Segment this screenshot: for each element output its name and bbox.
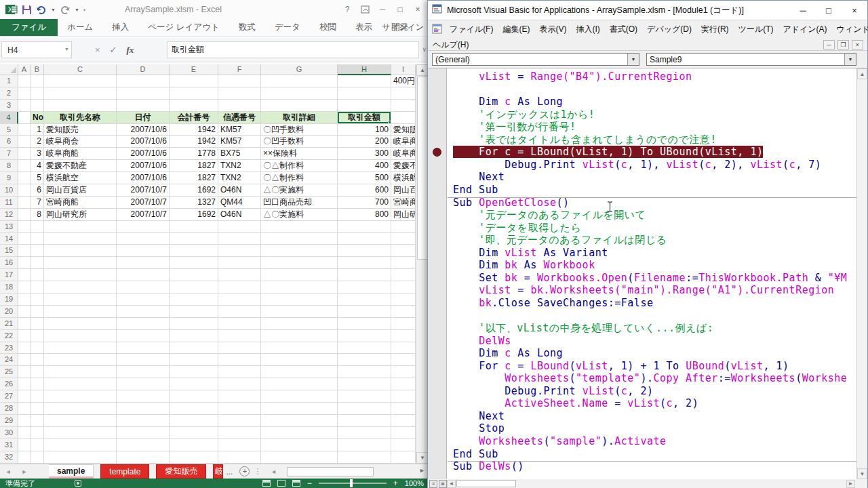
cell-B4[interactable]: No.: [31, 112, 44, 124]
normal-view-icon[interactable]: [262, 480, 271, 487]
cell-D17[interactable]: [117, 269, 170, 281]
cell-B25[interactable]: [31, 366, 44, 378]
menu-item-5[interactable]: デバッグ(D): [642, 22, 696, 37]
cell-H29[interactable]: [338, 415, 391, 427]
cell-H7[interactable]: 300: [338, 148, 391, 160]
cell-H21[interactable]: [338, 318, 391, 330]
cell-D3[interactable]: [117, 100, 170, 112]
zoom-level-label[interactable]: 100%: [405, 479, 424, 487]
cell-C3[interactable]: [44, 100, 117, 112]
cell-F11[interactable]: QM44: [218, 197, 261, 209]
menu-item-4[interactable]: 書式(O): [605, 22, 642, 37]
menu-item-9[interactable]: ウィンドウ(W): [832, 22, 868, 37]
row-header-26[interactable]: 26: [0, 378, 18, 390]
cell-E27[interactable]: [170, 390, 218, 403]
cell-I21[interactable]: [391, 318, 416, 330]
cell-A7[interactable]: [18, 148, 31, 160]
cell-B23[interactable]: [31, 342, 44, 354]
code-line-31[interactable]: End Sub: [453, 448, 856, 461]
excel-logo-icon[interactable]: X: [5, 3, 18, 16]
cell-C8[interactable]: 愛媛不動産: [44, 160, 117, 172]
cell-C6[interactable]: 岐阜商会: [44, 136, 117, 148]
cell-D4[interactable]: 日付: [117, 112, 170, 124]
cell-G16[interactable]: [261, 257, 338, 269]
ribbon-tab-6[interactable]: 校閲: [310, 19, 346, 36]
sheet-tab-岐阜商会[interactable]: 岐阜商会: [213, 464, 223, 479]
cell-E29[interactable]: [170, 415, 218, 427]
cell-A11[interactable]: [18, 197, 31, 209]
cell-B13[interactable]: [31, 221, 44, 233]
cell-F10[interactable]: O46N: [218, 184, 261, 197]
object-dropdown[interactable]: (General) ▼: [432, 53, 639, 66]
row-header-32[interactable]: 32: [0, 451, 18, 464]
cell-E31[interactable]: [170, 439, 218, 451]
cell-H3[interactable]: [338, 100, 391, 112]
cell-G31[interactable]: [261, 439, 338, 451]
cell-G14[interactable]: [261, 233, 338, 245]
row-header-13[interactable]: 13: [0, 221, 18, 233]
cell-I27[interactable]: [391, 390, 416, 403]
cell-B12[interactable]: 8: [31, 209, 44, 221]
cell-F5[interactable]: KM57: [218, 124, 261, 136]
minimize-button[interactable]: ─: [374, 1, 391, 18]
cell-C21[interactable]: [44, 318, 117, 330]
cell-B18[interactable]: [31, 281, 44, 293]
cell-E26[interactable]: [170, 378, 218, 390]
cell-I16[interactable]: [391, 257, 416, 269]
code-line-9[interactable]: Next: [453, 171, 856, 184]
scroll-right-icon[interactable]: ►: [846, 480, 855, 488]
cell-F20[interactable]: [218, 306, 261, 318]
split-view-icon[interactable]: ≡: [429, 480, 437, 488]
code-line-10[interactable]: End Sub: [453, 184, 856, 197]
cell-D29[interactable]: [117, 415, 170, 427]
row-header-31[interactable]: 31: [0, 439, 18, 451]
page-break-view-icon[interactable]: [292, 480, 300, 487]
column-header-B[interactable]: B: [31, 64, 44, 75]
cell-F29[interactable]: [218, 415, 261, 427]
cell-D2[interactable]: [117, 87, 170, 100]
maximize-button[interactable]: □: [816, 1, 842, 20]
cell-B32[interactable]: [31, 451, 44, 464]
cell-H24[interactable]: [338, 354, 391, 366]
cell-I8[interactable]: 愛媛不動産: [391, 160, 416, 172]
row-header-29[interactable]: 29: [0, 415, 18, 427]
column-header-G[interactable]: G: [261, 64, 338, 75]
cell-E24[interactable]: [170, 354, 218, 366]
code-line-2[interactable]: [453, 83, 856, 96]
cell-A19[interactable]: [18, 293, 31, 306]
menu-item-3[interactable]: 挿入(I): [571, 22, 604, 37]
cell-G8[interactable]: 〇△制作料: [261, 160, 338, 172]
cell-G4[interactable]: 取引詳細: [261, 112, 338, 124]
cell-G19[interactable]: [261, 293, 338, 306]
cell-A15[interactable]: [18, 245, 31, 257]
cell-G26[interactable]: [261, 378, 338, 390]
cell-A24[interactable]: [18, 354, 31, 366]
cell-E2[interactable]: [170, 87, 218, 100]
cell-E12[interactable]: 1692: [170, 209, 218, 221]
row-header-27[interactable]: 27: [0, 390, 18, 403]
code-editor[interactable]: vList = Range("B4").CurrentRegion Dim c …: [428, 68, 856, 479]
cell-D11[interactable]: 2007/10/7: [117, 197, 170, 209]
cell-D18[interactable]: [117, 281, 170, 293]
cell-G12[interactable]: △〇実施料: [261, 209, 338, 221]
cell-I30[interactable]: [391, 427, 416, 439]
menu-item-2[interactable]: 表示(V): [534, 22, 571, 37]
cell-F14[interactable]: [218, 233, 261, 245]
cell-G27[interactable]: [261, 390, 338, 403]
cell-C28[interactable]: [44, 403, 117, 415]
code-line-22[interactable]: DelWs: [453, 335, 856, 348]
breakpoint-margin[interactable]: [428, 68, 447, 479]
worksheet-grid[interactable]: ABCDEFGHI1400円234No.取引先名称日付会計番号信憑番号取引詳細取…: [0, 64, 416, 464]
cell-C1[interactable]: [44, 75, 117, 87]
cancel-icon[interactable]: ×: [95, 45, 100, 55]
worksheet-vertical-scrollbar[interactable]: ▲ ▼: [416, 64, 428, 464]
cell-E32[interactable]: [170, 451, 218, 464]
code-line-28[interactable]: Next: [453, 410, 856, 423]
column-header-C[interactable]: C: [44, 64, 117, 75]
row-header-15[interactable]: 15: [0, 245, 18, 257]
cell-B6[interactable]: 2: [31, 136, 44, 148]
cell-I13[interactable]: [391, 221, 416, 233]
cell-F19[interactable]: [218, 293, 261, 306]
cell-F17[interactable]: [218, 269, 261, 281]
cell-G2[interactable]: [261, 87, 338, 100]
